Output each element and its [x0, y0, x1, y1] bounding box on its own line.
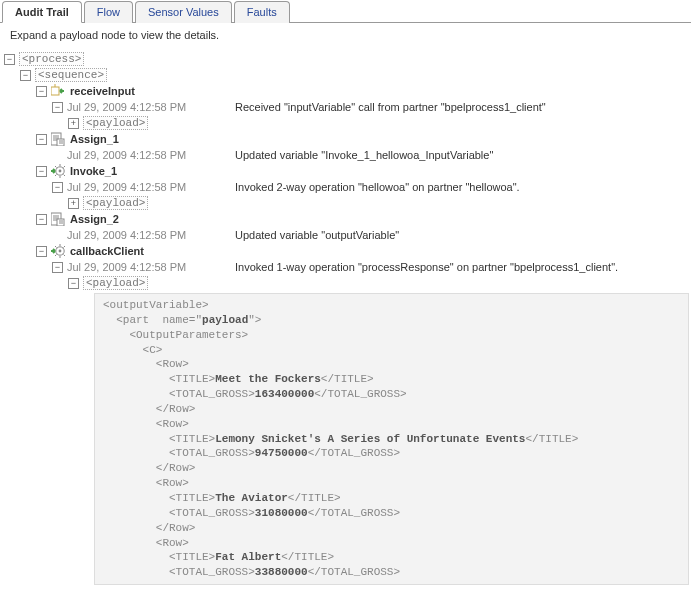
node-receive-input[interactable]: − receiveInput	[4, 83, 689, 99]
invoke-icon	[51, 164, 65, 178]
activity-label: callbackClient	[70, 245, 144, 257]
event-message: Updated variable "Invoke_1_hellowoa_Inpu…	[235, 149, 493, 161]
payload-tag: <payload>	[83, 196, 148, 210]
collapse-icon[interactable]: −	[68, 278, 79, 289]
event-message: Invoked 2-way operation "hellowoa" on pa…	[235, 181, 520, 193]
activity-label: receiveInput	[70, 85, 135, 97]
tab-faults[interactable]: Faults	[234, 1, 290, 23]
timestamp: Jul 29, 2009 4:12:58 PM	[67, 261, 225, 273]
collapse-icon[interactable]: −	[36, 166, 47, 177]
assign-icon	[51, 132, 65, 146]
node-callback-client[interactable]: − callbackClient	[4, 243, 689, 259]
tab-audit-trail[interactable]: Audit Trail	[2, 1, 82, 23]
event-row: Jul 29, 2009 4:12:58 PM Updated variable…	[4, 227, 689, 243]
event-row: Jul 29, 2009 4:12:58 PM Updated variable…	[4, 147, 689, 163]
tab-bar: Audit Trail Flow Sensor Values Faults	[0, 0, 691, 23]
audit-tree: − <process> − <sequence> − receiveInput …	[0, 47, 691, 591]
collapse-icon[interactable]: −	[36, 86, 47, 97]
activity-label: Assign_2	[70, 213, 119, 225]
receive-icon	[51, 84, 65, 98]
tab-flow[interactable]: Flow	[84, 1, 133, 23]
event-row: − Jul 29, 2009 4:12:58 PM Invoked 2-way …	[4, 179, 689, 195]
expand-icon[interactable]: +	[68, 118, 79, 129]
event-message: Updated variable "outputVariable"	[235, 229, 399, 241]
sequence-tag: <sequence>	[35, 68, 107, 82]
collapse-icon[interactable]: −	[36, 214, 47, 225]
collapse-icon[interactable]: −	[4, 54, 15, 65]
invoke-icon	[51, 244, 65, 258]
node-invoke-1[interactable]: − Invoke_1	[4, 163, 689, 179]
activity-label: Invoke_1	[70, 165, 117, 177]
node-process[interactable]: − <process>	[4, 51, 689, 67]
timestamp: Jul 29, 2009 4:12:58 PM	[67, 181, 225, 193]
timestamp: Jul 29, 2009 4:12:58 PM	[67, 229, 225, 241]
node-sequence[interactable]: − <sequence>	[4, 67, 689, 83]
event-message: Invoked 1-way operation "processResponse…	[235, 261, 618, 273]
payload-xml-block: <outputVariable> <part name="payload"> <…	[94, 293, 689, 585]
node-payload[interactable]: + <payload>	[4, 195, 689, 211]
collapse-icon[interactable]: −	[36, 134, 47, 145]
instructions-text: Expand a payload node to view the detail…	[0, 23, 691, 47]
tab-sensor-values[interactable]: Sensor Values	[135, 1, 232, 23]
process-tag: <process>	[19, 52, 84, 66]
assign-icon	[51, 212, 65, 226]
node-payload[interactable]: + <payload>	[4, 115, 689, 131]
expand-icon[interactable]: +	[68, 198, 79, 209]
activity-label: Assign_1	[70, 133, 119, 145]
collapse-icon[interactable]: −	[52, 102, 63, 113]
timestamp: Jul 29, 2009 4:12:58 PM	[67, 101, 225, 113]
collapse-icon[interactable]: −	[36, 246, 47, 257]
event-row: − Jul 29, 2009 4:12:58 PM Received "inpu…	[4, 99, 689, 115]
node-payload-expanded[interactable]: − <payload>	[4, 275, 689, 291]
timestamp: Jul 29, 2009 4:12:58 PM	[67, 149, 225, 161]
event-row: − Jul 29, 2009 4:12:58 PM Invoked 1-way …	[4, 259, 689, 275]
event-message: Received "inputVariable" call from partn…	[235, 101, 546, 113]
collapse-icon[interactable]: −	[52, 262, 63, 273]
node-assign-2[interactable]: − Assign_2	[4, 211, 689, 227]
payload-tag: <payload>	[83, 116, 148, 130]
collapse-icon[interactable]: −	[20, 70, 31, 81]
collapse-icon[interactable]: −	[52, 182, 63, 193]
node-assign-1[interactable]: − Assign_1	[4, 131, 689, 147]
payload-tag: <payload>	[83, 276, 148, 290]
